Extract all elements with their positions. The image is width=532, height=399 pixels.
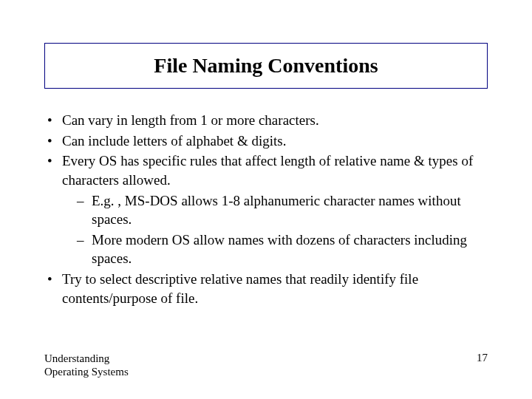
footer-source: Understanding Operating Systems — [44, 352, 129, 378]
bullet-text: Can vary in length from 1 or more charac… — [62, 112, 319, 128]
bullet-item: Try to select descriptive relative names… — [44, 270, 488, 307]
sub-item: More modern OS allow names with dozens o… — [75, 231, 488, 268]
bullet-text: Can include letters of alphabet & digits… — [62, 133, 286, 149]
page-number: 17 — [477, 352, 488, 364]
slide-content: Can vary in length from 1 or more charac… — [44, 111, 488, 307]
sub-list: E.g. , MS-DOS allows 1-8 alphanumeric ch… — [62, 191, 488, 269]
footer: Understanding Operating Systems 17 — [44, 352, 488, 378]
bullet-text: Try to select descriptive relative names… — [62, 271, 418, 306]
sub-item: E.g. , MS-DOS allows 1-8 alphanumeric ch… — [75, 191, 488, 229]
footer-line: Understanding — [44, 352, 129, 365]
slide-title: File Naming Conventions — [45, 54, 487, 78]
bullet-item: Can include letters of alphabet & digits… — [44, 132, 488, 151]
bullet-text: Every OS has specific rules that affect … — [62, 153, 473, 188]
bullet-list: Can vary in length from 1 or more charac… — [44, 111, 488, 307]
sub-text: E.g. , MS-DOS allows 1-8 alphanumeric ch… — [92, 193, 461, 228]
bullet-item: Can vary in length from 1 or more charac… — [44, 111, 488, 130]
sub-text: More modern OS allow names with dozens o… — [92, 232, 467, 267]
title-box: File Naming Conventions — [44, 43, 488, 89]
bullet-item: Every OS has specific rules that affect … — [44, 151, 488, 268]
footer-line: Operating Systems — [44, 365, 129, 378]
